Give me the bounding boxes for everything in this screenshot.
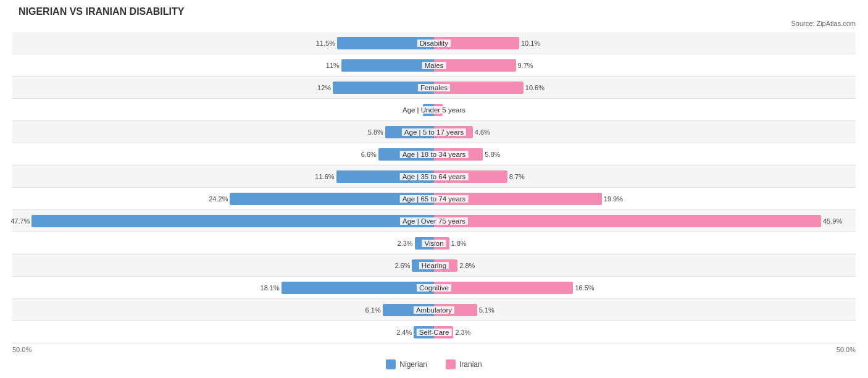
nigerian-value: 6.6% [361,151,378,158]
nigerian-bar [412,259,434,272]
iranian-value: 1% [443,106,454,114]
nigerian-bar [383,304,434,316]
nigerian-value: 24.2% [209,195,230,203]
iranian-value: 19.9% [602,195,623,203]
iranian-value: 4.6% [473,128,490,136]
nigerian-value: 5.8% [368,128,385,136]
table-row: 47.7% Age | Over 75 years 45.9% [12,210,856,232]
table-row: 12% Females 10.6% [12,77,856,99]
iranian-bar [434,304,477,316]
table-row: 6.1% Ambulatory 5.1% [12,299,856,321]
iranian-bar [434,104,443,116]
nigerian-bar [385,126,434,138]
nigerian-value: 11.6% [315,173,336,180]
table-row: 11.6% Age | 35 to 64 years 8.7% [12,166,856,188]
iranian-value: 2.3% [453,329,470,336]
iranian-bar [434,170,507,183]
iranian-bar [434,282,573,294]
legend-nigerian-box [386,359,396,369]
axis-left: 50.0% [12,346,31,353]
iranian-bar [434,82,524,94]
table-row: 2.6% Hearing 2.8% [12,254,856,277]
table-row: 24.2% Age | 65 to 74 years 19.9% [12,188,856,210]
legend: Nigerian Iranian [12,359,856,369]
nigerian-value: 1.3% [406,106,423,114]
nigerian-bar [333,82,434,94]
axis-row: 50.0% 50.0% [12,343,856,356]
nigerian-bar [378,148,434,161]
iranian-value: 16.5% [573,284,594,292]
table-row: 11.5% Disability 10.1% [12,32,856,54]
iranian-bar [434,148,483,161]
iranian-bar [434,215,821,227]
page-container: NIGERIAN VS IRANIAN DISABILITY Source: Z… [12,6,856,369]
iranian-bar [434,326,453,338]
chart-title: NIGERIAN VS IRANIAN DISABILITY [12,6,856,17]
nigerian-bar [415,237,434,250]
nigerian-value: 6.1% [365,306,383,314]
nigerian-bar [282,282,434,294]
nigerian-value: 2.6% [394,262,412,269]
nigerian-bar [341,59,434,72]
iranian-bar [434,259,457,272]
table-row: 11% Males 9.7% [12,54,856,77]
iranian-value: 9.7% [516,62,533,69]
nigerian-bar [230,193,434,205]
nigerian-value: 2.4% [396,329,414,336]
nigerian-value: 12% [317,84,333,91]
nigerian-value: 18.1% [261,284,282,292]
rows-container: 11.5% Disability 10.1% [12,32,856,343]
iranian-value: 5.1% [477,306,495,314]
iranian-value: 5.8% [483,151,500,158]
iranian-bar [434,126,473,138]
legend-nigerian: Nigerian [386,359,427,369]
iranian-value: 45.9% [821,217,842,225]
nigerian-bar [414,326,434,338]
table-row: 18.1% Cognitive 16.5% [12,277,856,299]
nigerian-value: 11% [326,62,341,69]
iranian-bar [434,37,519,49]
source-label: Source: ZipAtlas.com [12,20,856,27]
iranian-value: 10.1% [519,40,540,47]
table-row: 2.4% Self-Care 2.3% [12,321,856,343]
iranian-bar [434,237,449,250]
table-row: 5.8% Age | 5 to 17 years 4.6% [12,121,856,143]
iranian-bar [434,193,602,205]
nigerian-value: 11.5% [316,40,337,47]
nigerian-value: 2.3% [398,240,415,247]
axis-right: 50.0% [837,346,856,353]
nigerian-bar [423,104,434,116]
nigerian-bar [337,37,434,49]
nigerian-value: 47.7% [10,217,31,225]
table-row: 2.3% Vision 1.8% [12,232,856,254]
iranian-value: 2.8% [457,262,475,269]
table-row: 1.3% Age | Under 5 years 1% [12,99,856,121]
chart-wrapper: 11.5% Disability 10.1% [12,32,856,356]
iranian-value: 1.8% [449,240,467,247]
nigerian-bar [336,170,434,183]
legend-iranian: Iranian [446,359,482,369]
legend-iranian-label: Iranian [459,360,482,369]
legend-nigerian-label: Nigerian [399,360,427,369]
legend-iranian-box [446,359,456,369]
nigerian-bar [31,215,434,227]
iranian-value: 8.7% [507,173,525,180]
iranian-bar [434,59,516,72]
iranian-value: 10.6% [524,84,545,91]
table-row: 6.6% Age | 18 to 34 years 5.8% [12,143,856,166]
